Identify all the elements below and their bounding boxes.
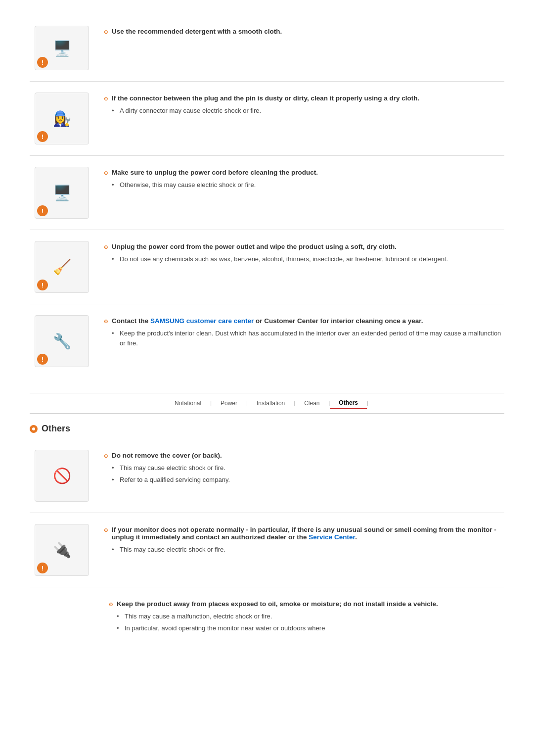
clean-bullets-4: Do not use any chemicals such as wax, be… bbox=[104, 254, 504, 264]
clean-image-1: 🖥️ ! bbox=[30, 26, 94, 70]
others-title-3: ⊙ Keep the product away from places expo… bbox=[109, 600, 504, 608]
clean-title-text-4: Unplug the power cord from the power out… bbox=[112, 243, 397, 250]
others-illustration-2: 🔌 ! bbox=[35, 524, 89, 576]
page-container: 🖥️ ! ⊙ Use the recommended detergent wit… bbox=[0, 0, 534, 665]
others-bullet-2-0: This may cause electric shock or fire. bbox=[112, 545, 504, 555]
service-center-link[interactable]: Service Center bbox=[309, 533, 355, 541]
others-title-text-2: If your monitor does not operate normall… bbox=[112, 526, 504, 541]
clean-title-1: ⊙ Use the recommended detergent with a s… bbox=[104, 28, 504, 35]
others-title-1: ⊙ Do not remove the cover (or back). bbox=[104, 452, 504, 459]
others-title-prefix-2: If your monitor does not operate normall… bbox=[112, 526, 496, 541]
clean-item-3: 🖥️ ! ⊙ Make sure to unplug the power cor… bbox=[30, 156, 504, 230]
others-item-2: 🔌 ! ⊙ If your monitor does not operate n… bbox=[30, 513, 504, 587]
clean-item-5: 🔧 ! ⊙ Contact the SAMSUNG customer care … bbox=[30, 304, 504, 378]
clean-illustration-3: 🖥️ ! bbox=[35, 167, 89, 219]
others-bullet-icon-1: ⊙ bbox=[104, 453, 109, 459]
clean-bullet-2-0: A dirty connector may cause electric sho… bbox=[112, 106, 504, 116]
warning-badge-4: ! bbox=[37, 280, 48, 290]
warning-badge-2: ! bbox=[37, 131, 48, 142]
clean-title-text-5: Contact the SAMSUNG customer care center… bbox=[112, 317, 423, 325]
others-item-1: 🚫 ⊙ Do not remove the cover (or back). T… bbox=[30, 439, 504, 513]
others-bullets-2: This may cause electric shock or fire. bbox=[104, 545, 504, 555]
warning-badge-5: ! bbox=[37, 354, 48, 365]
others-item-3: ⊙ Keep the product away from places expo… bbox=[30, 587, 504, 646]
others-illustration-1: 🚫 bbox=[35, 450, 89, 502]
others-section: 🚫 ⊙ Do not remove the cover (or back). T… bbox=[30, 439, 504, 646]
others-bullet-3-0: This may cause a malfunction, electric s… bbox=[117, 612, 504, 621]
others-heading-circle bbox=[30, 425, 38, 433]
clean-bullets-3: Otherwise, this may cause electric shock… bbox=[104, 180, 504, 190]
clean-content-4: ⊙ Unplug the power cord from the power o… bbox=[104, 241, 504, 266]
clean-image-5: 🔧 ! bbox=[30, 315, 94, 367]
others-image-2: 🔌 ! bbox=[30, 524, 94, 576]
clean-title-text-1: Use the recommended detergent with a smo… bbox=[112, 28, 282, 35]
warning-badge-3: ! bbox=[37, 205, 48, 216]
nav-others[interactable]: Others bbox=[330, 397, 367, 409]
others-heading-text: Others bbox=[42, 424, 70, 434]
nav-clean[interactable]: Clean bbox=[295, 398, 328, 409]
clean-illustration-4: 🧹 ! bbox=[35, 241, 89, 293]
clean-bullets-2: A dirty connector may cause electric sho… bbox=[104, 106, 504, 116]
others-title-text-1: Do not remove the cover (or back). bbox=[112, 452, 222, 459]
bullet-icon-3: ⊙ bbox=[104, 170, 109, 176]
others-image-1: 🚫 bbox=[30, 450, 94, 502]
clean-image-2: 👩‍🔧 ! bbox=[30, 93, 94, 144]
nav-power[interactable]: Power bbox=[212, 398, 246, 409]
clean-image-3: 🖥️ ! bbox=[30, 167, 94, 219]
bullet-icon-1: ⊙ bbox=[104, 29, 109, 35]
others-bullet-3-1: In particular, avoid operating the monit… bbox=[117, 623, 504, 633]
clean-bullet-4-0: Do not use any chemicals such as wax, be… bbox=[112, 254, 504, 264]
clean-illustration-1: 🖥️ ! bbox=[35, 26, 89, 70]
clean-bullet-3-0: Otherwise, this may cause electric shock… bbox=[112, 180, 504, 190]
clean-content-1: ⊙ Use the recommended detergent with a s… bbox=[104, 26, 504, 39]
clean-title-2: ⊙ If the connector between the plug and … bbox=[104, 94, 504, 102]
others-bullets-3: This may cause a malfunction, electric s… bbox=[109, 612, 504, 633]
bullet-icon-5: ⊙ bbox=[104, 319, 109, 324]
others-heading: Others bbox=[30, 424, 504, 434]
clean-title-suffix-5: or Customer Center for interior cleaning… bbox=[254, 317, 423, 325]
clean-content-5: ⊙ Contact the SAMSUNG customer care cent… bbox=[104, 315, 504, 350]
others-title-text-3: Keep the product away from places expose… bbox=[117, 600, 438, 608]
nav-sep-5: | bbox=[367, 400, 368, 406]
clean-title-text-2: If the connector between the plug and th… bbox=[112, 94, 419, 102]
clean-illustration-2: 👩‍🔧 ! bbox=[35, 93, 89, 144]
clean-title-4: ⊙ Unplug the power cord from the power o… bbox=[104, 243, 504, 250]
clean-bullets-5: Keep the product's interior clean. Dust … bbox=[104, 329, 504, 348]
samsung-care-link[interactable]: SAMSUNG customer care center bbox=[150, 317, 254, 325]
warning-badge-o2: ! bbox=[37, 563, 48, 573]
clean-item-1: 🖥️ ! ⊙ Use the recommended detergent wit… bbox=[30, 15, 504, 82]
others-bullet-icon-2: ⊙ bbox=[104, 527, 109, 533]
others-content-2: ⊙ If your monitor does not operate norma… bbox=[104, 524, 504, 557]
others-bullets-1: This may cause electric shock or fire. R… bbox=[104, 463, 504, 484]
clean-illustration-5: 🔧 ! bbox=[35, 315, 89, 367]
clean-title-prefix-5: Contact the bbox=[112, 317, 150, 325]
others-content-3: ⊙ Keep the product away from places expo… bbox=[30, 598, 504, 635]
others-bullet-icon-3: ⊙ bbox=[109, 602, 114, 607]
bullet-icon-2: ⊙ bbox=[104, 96, 109, 101]
others-bullet-1-0: This may cause electric shock or fire. bbox=[112, 463, 504, 473]
clean-content-3: ⊙ Make sure to unplug the power cord bef… bbox=[104, 167, 504, 192]
clean-item-4: 🧹 ! ⊙ Unplug the power cord from the pow… bbox=[30, 230, 504, 304]
clean-bullet-5-0: Keep the product's interior clean. Dust … bbox=[112, 329, 504, 348]
bullet-icon-4: ⊙ bbox=[104, 244, 109, 250]
warning-badge-1: ! bbox=[37, 57, 48, 68]
nav-bar: Notational | Power | Installation | Clea… bbox=[30, 393, 504, 414]
clean-title-5: ⊙ Contact the SAMSUNG customer care cent… bbox=[104, 317, 504, 325]
clean-content-2: ⊙ If the connector between the plug and … bbox=[104, 93, 504, 118]
clean-title-3: ⊙ Make sure to unplug the power cord bef… bbox=[104, 169, 504, 176]
nav-installation[interactable]: Installation bbox=[248, 398, 294, 409]
others-title-suffix-2: . bbox=[355, 533, 357, 541]
nav-notational[interactable]: Notational bbox=[166, 398, 210, 409]
clean-image-4: 🧹 ! bbox=[30, 241, 94, 293]
others-content-1: ⊙ Do not remove the cover (or back). Thi… bbox=[104, 450, 504, 486]
clean-section: 🖥️ ! ⊙ Use the recommended detergent wit… bbox=[30, 15, 504, 378]
others-title-2: ⊙ If your monitor does not operate norma… bbox=[104, 526, 504, 541]
clean-title-text-3: Make sure to unplug the power cord befor… bbox=[112, 169, 318, 176]
clean-item-2: 👩‍🔧 ! ⊙ If the connector between the plu… bbox=[30, 82, 504, 156]
others-bullet-1-1: Refer to a qualified servicing company. bbox=[112, 475, 504, 485]
